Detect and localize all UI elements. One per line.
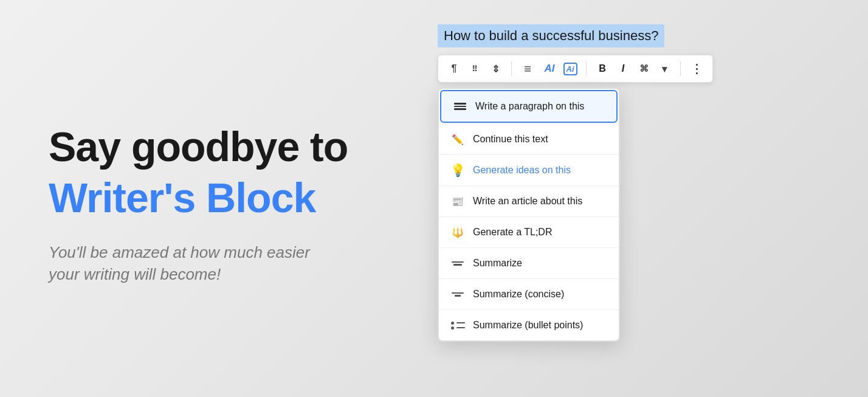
- menu-item-summarize-bullets[interactable]: Summarize (bullet points): [439, 310, 619, 340]
- toolbar-group-left: ¶ ⠿ ⇕: [444, 59, 505, 78]
- menu-item-summarize-bullets-label: Summarize (bullet points): [473, 320, 583, 331]
- right-panel: How to build a successful business? ¶ ⠿ …: [413, 0, 868, 366]
- pen-icon: [451, 133, 464, 146]
- menu-item-summarize[interactable]: Summarize: [439, 248, 619, 279]
- menu-item-generate-tldr-label: Generate a TL;DR: [473, 227, 552, 238]
- menu-item-write-paragraph-label: Write a paragraph on this: [475, 101, 584, 112]
- menu-item-summarize-concise[interactable]: Summarize (concise): [439, 279, 619, 310]
- toolbar-more-btn[interactable]: ⋮: [687, 59, 706, 78]
- toolbar-divider-3: [680, 61, 681, 76]
- toolbar-italic-btn[interactable]: I: [613, 59, 633, 78]
- menu-item-write-article[interactable]: Write an article about this: [439, 186, 619, 217]
- toolbar-group-format: B I ⌘ ▾: [593, 59, 674, 78]
- toolbar-divider-2: [586, 61, 587, 76]
- menu-item-continue-text[interactable]: Continue this text: [439, 124, 619, 155]
- menu-item-generate-ideas-label: Generate ideas on this: [473, 165, 571, 176]
- menu-item-write-article-label: Write an article about this: [473, 196, 582, 207]
- toolbar-link-btn[interactable]: ⌘: [634, 59, 653, 78]
- toolbar-group-ai: AI Ai: [540, 59, 580, 78]
- summarize-icon: [451, 257, 464, 270]
- menu-item-generate-tldr[interactable]: Generate a TL;DR: [439, 217, 619, 248]
- toolbar-paragraph-btn[interactable]: ¶: [444, 59, 464, 78]
- bullets-icon: [451, 319, 464, 332]
- left-panel: Say goodbye to Writer's Block You'll be …: [0, 0, 413, 397]
- article-icon: [451, 195, 464, 208]
- paragraph-lines-icon: [453, 100, 467, 113]
- toolbar-ai-box-btn[interactable]: Ai: [560, 59, 580, 78]
- toolbar: ¶ ⠿ ⇕ ≡ AI Ai B I ⌘ ▾ ⋮: [438, 55, 713, 83]
- menu-item-write-paragraph[interactable]: Write a paragraph on this: [440, 90, 618, 123]
- summarize-concise-icon: [451, 288, 464, 301]
- bulb-icon: 💡: [451, 164, 464, 177]
- menu-item-summarize-label: Summarize: [473, 258, 522, 269]
- dropdown-menu: Write a paragraph on this Continue this …: [438, 88, 620, 342]
- selected-text-container: How to build a successful business?: [438, 24, 664, 47]
- toolbar-chevron-btn[interactable]: ▾: [655, 59, 674, 78]
- headline-line2: Writer's Block: [49, 174, 377, 221]
- menu-item-generate-ideas[interactable]: 💡 Generate ideas on this: [439, 155, 619, 186]
- toolbar-bold-btn[interactable]: B: [593, 59, 612, 78]
- menu-item-continue-text-label: Continue this text: [473, 134, 548, 145]
- tldr-icon: [451, 226, 464, 239]
- toolbar-align-btn[interactable]: ≡: [518, 59, 537, 78]
- toolbar-updown-btn[interactable]: ⇕: [486, 59, 505, 78]
- menu-item-summarize-concise-label: Summarize (concise): [473, 289, 564, 300]
- toolbar-grid-btn[interactable]: ⠿: [465, 59, 484, 78]
- selected-text: How to build a successful business?: [438, 24, 664, 47]
- toolbar-ai-text-btn[interactable]: AI: [540, 59, 559, 78]
- toolbar-group-align: ≡: [518, 59, 537, 78]
- headline-line1: Say goodbye to: [49, 124, 377, 170]
- subtitle: You'll be amazed at how much easier your…: [49, 241, 340, 286]
- toolbar-divider-1: [511, 61, 512, 76]
